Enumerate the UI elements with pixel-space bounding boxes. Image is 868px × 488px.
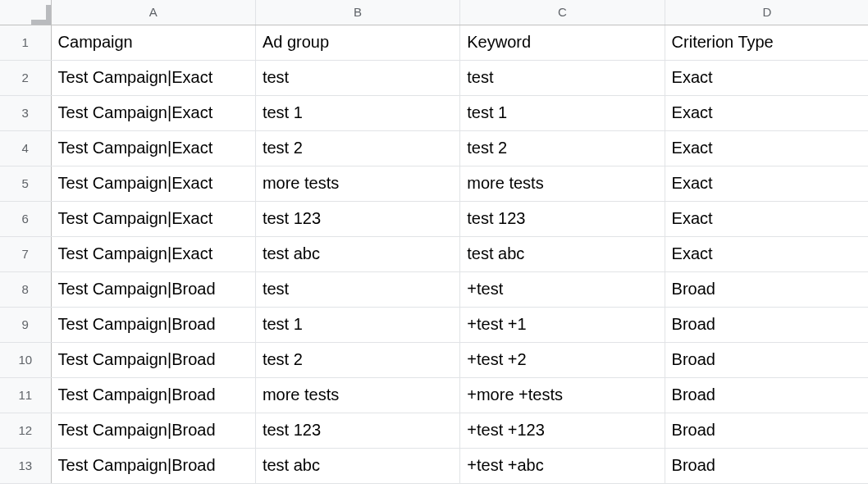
cell-B5[interactable]: more tests <box>255 166 459 201</box>
column-header-C[interactable]: C <box>460 0 665 25</box>
row-header[interactable]: 10 <box>0 342 51 377</box>
select-all-corner[interactable] <box>0 0 51 25</box>
cell-A1[interactable]: Campaign <box>51 25 255 60</box>
column-header-D[interactable]: D <box>665 0 868 25</box>
cell-C13[interactable]: +test +abc <box>460 448 665 483</box>
cell-D6[interactable]: Exact <box>665 201 868 236</box>
cell-A4[interactable]: Test Campaign|Exact <box>51 130 255 166</box>
cell-B8[interactable]: test <box>255 271 459 307</box>
cell-D8[interactable]: Broad <box>665 271 868 307</box>
table-row: 13 Test Campaign|Broad test abc +test +a… <box>0 448 868 483</box>
cell-B6[interactable]: test 123 <box>255 201 459 236</box>
cell-B1[interactable]: Ad group <box>255 25 459 60</box>
cell-B11[interactable]: more tests <box>255 377 459 413</box>
cell-B10[interactable]: test 2 <box>255 342 459 377</box>
table-row: 1 Campaign Ad group Keyword Criterion Ty… <box>0 25 868 60</box>
table-row: 9 Test Campaign|Broad test 1 +test +1 Br… <box>0 307 868 342</box>
cell-A2[interactable]: Test Campaign|Exact <box>51 60 255 95</box>
cell-D3[interactable]: Exact <box>665 95 868 130</box>
cell-B13[interactable]: test abc <box>255 448 459 483</box>
column-header-row: A B C D <box>0 0 868 25</box>
cell-C4[interactable]: test 2 <box>460 130 665 166</box>
cell-C12[interactable]: +test +123 <box>460 413 665 448</box>
cell-A10[interactable]: Test Campaign|Broad <box>51 342 255 377</box>
row-header[interactable]: 7 <box>0 236 51 271</box>
row-header[interactable]: 8 <box>0 271 51 307</box>
cell-B3[interactable]: test 1 <box>255 95 459 130</box>
row-header[interactable]: 9 <box>0 307 51 342</box>
cell-D9[interactable]: Broad <box>665 307 868 342</box>
row-header[interactable]: 3 <box>0 95 51 130</box>
spreadsheet[interactable]: A B C D 1 Campaign Ad group Keyword Crit… <box>0 0 868 488</box>
cell-B2[interactable]: test <box>255 60 459 95</box>
table-row: 6 Test Campaign|Exact test 123 test 123 … <box>0 201 868 236</box>
row-header[interactable]: 2 <box>0 60 51 95</box>
cell-A13[interactable]: Test Campaign|Broad <box>51 448 255 483</box>
cell-A7[interactable]: Test Campaign|Exact <box>51 236 255 271</box>
row-header[interactable]: 1 <box>0 25 51 60</box>
cell-C7[interactable]: test abc <box>460 236 665 271</box>
table-row: 11 Test Campaign|Broad more tests +more … <box>0 377 868 413</box>
cell-D12[interactable]: Broad <box>665 413 868 448</box>
cell-C9[interactable]: +test +1 <box>460 307 665 342</box>
row-header[interactable]: 5 <box>0 166 51 201</box>
cell-B9[interactable]: test 1 <box>255 307 459 342</box>
row-header[interactable]: 4 <box>0 130 51 166</box>
cell-C5[interactable]: more tests <box>460 166 665 201</box>
row-header[interactable]: 11 <box>0 377 51 413</box>
grid[interactable]: A B C D 1 Campaign Ad group Keyword Crit… <box>0 0 868 484</box>
cell-D4[interactable]: Exact <box>665 130 868 166</box>
cell-D10[interactable]: Broad <box>665 342 868 377</box>
cell-A12[interactable]: Test Campaign|Broad <box>51 413 255 448</box>
cell-A5[interactable]: Test Campaign|Exact <box>51 166 255 201</box>
row-header[interactable]: 13 <box>0 448 51 483</box>
cell-B12[interactable]: test 123 <box>255 413 459 448</box>
row-header[interactable]: 6 <box>0 201 51 236</box>
table-row: 12 Test Campaign|Broad test 123 +test +1… <box>0 413 868 448</box>
column-header-A[interactable]: A <box>51 0 255 25</box>
cell-D7[interactable]: Exact <box>665 236 868 271</box>
table-row: 2 Test Campaign|Exact test test Exact <box>0 60 868 95</box>
cell-A11[interactable]: Test Campaign|Broad <box>51 377 255 413</box>
cell-C2[interactable]: test <box>460 60 665 95</box>
column-header-B[interactable]: B <box>255 0 459 25</box>
table-row: 10 Test Campaign|Broad test 2 +test +2 B… <box>0 342 868 377</box>
cell-D2[interactable]: Exact <box>665 60 868 95</box>
cell-A8[interactable]: Test Campaign|Broad <box>51 271 255 307</box>
cell-C1[interactable]: Keyword <box>460 25 665 60</box>
cell-D11[interactable]: Broad <box>665 377 868 413</box>
cell-A3[interactable]: Test Campaign|Exact <box>51 95 255 130</box>
cell-B7[interactable]: test abc <box>255 236 459 271</box>
table-row: 7 Test Campaign|Exact test abc test abc … <box>0 236 868 271</box>
table-row: 8 Test Campaign|Broad test +test Broad <box>0 271 868 307</box>
cell-C8[interactable]: +test <box>460 271 665 307</box>
cell-C6[interactable]: test 123 <box>460 201 665 236</box>
cell-C3[interactable]: test 1 <box>460 95 665 130</box>
cell-D5[interactable]: Exact <box>665 166 868 201</box>
table-row: 5 Test Campaign|Exact more tests more te… <box>0 166 868 201</box>
cell-B4[interactable]: test 2 <box>255 130 459 166</box>
table-row: 3 Test Campaign|Exact test 1 test 1 Exac… <box>0 95 868 130</box>
cell-C10[interactable]: +test +2 <box>460 342 665 377</box>
cell-D13[interactable]: Broad <box>665 448 868 483</box>
cell-D1[interactable]: Criterion Type <box>665 25 868 60</box>
row-header[interactable]: 12 <box>0 413 51 448</box>
cell-A6[interactable]: Test Campaign|Exact <box>51 201 255 236</box>
cell-C11[interactable]: +more +tests <box>460 377 665 413</box>
table-row: 4 Test Campaign|Exact test 2 test 2 Exac… <box>0 130 868 166</box>
cell-A9[interactable]: Test Campaign|Broad <box>51 307 255 342</box>
